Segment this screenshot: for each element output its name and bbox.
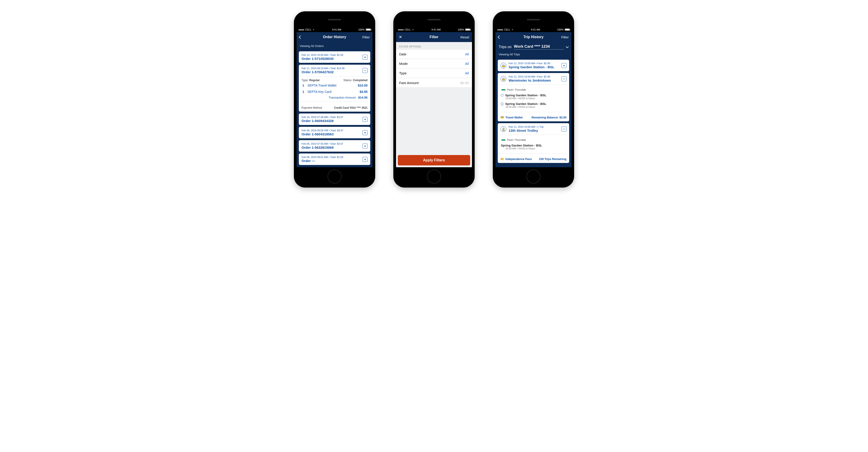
trips-list[interactable]: 🚋Feb 12, 2019 10:00 AM • Fare: $2.00Spri… — [495, 58, 571, 167]
order-card[interactable]: Feb 10, 2019 07:48 AM • Total: $3.67Orde… — [299, 114, 370, 125]
order-number: Order 1-5609434328 — [302, 119, 343, 123]
nav-bar: Order History Filter — [297, 32, 373, 42]
order-meta: Feb 12, 2019 10:00 AM • Total: $2.00 — [302, 54, 343, 56]
expand-button[interactable]: + — [363, 143, 368, 149]
reset-button[interactable]: Reset — [459, 35, 469, 39]
filter-label: Type — [399, 71, 407, 75]
selected-card: Work Card **** 1234 — [514, 44, 564, 50]
battery-icon — [565, 29, 569, 31]
expand-button[interactable]: + — [363, 117, 368, 122]
chevron-down-icon — [566, 45, 569, 48]
filter-label: Date — [399, 52, 406, 56]
trip-footer: 🎫Independence Pass239 Trips Remaining — [500, 156, 566, 161]
trip-name: Spring Garden Station - BSL — [508, 65, 559, 69]
chevron-left-icon — [498, 35, 501, 39]
wifi-icon: ᯤ — [412, 28, 414, 31]
expand-button[interactable]: + — [363, 157, 368, 162]
collapse-button[interactable]: − — [363, 68, 368, 73]
order-number: Order 1-5604318563 — [302, 132, 343, 136]
order-number: Order 1-5710528035 — [302, 57, 343, 61]
trip-name: Warminster to Jenkintown — [508, 78, 559, 82]
filter-value: All — [465, 52, 469, 56]
wallet-icon: 💳 — [500, 116, 504, 119]
route-pill-icon — [501, 89, 505, 90]
collapse-button[interactable]: − — [561, 76, 566, 82]
filter-row[interactable]: Fare Amount$0.00 — [396, 78, 472, 88]
wifi-icon: ᯤ — [512, 28, 514, 31]
trip-meta: Feb 12, 2019 10:00 AM • Fare: $2.00 — [508, 75, 559, 78]
wifi-icon: ᯤ — [313, 28, 315, 31]
filter-row[interactable]: ModeAll — [396, 59, 472, 68]
order-number: Order 1-5632815069 — [302, 146, 343, 150]
filter-link[interactable]: Filter — [559, 35, 569, 39]
screen-order-history: ●●●●●CELLᯤ 9:41 AM 100% Order History Fi… — [297, 27, 373, 167]
trip-footer: 💳Travel WalletRemaining Balance: $2.00 — [500, 115, 566, 119]
back-button[interactable] — [498, 35, 508, 39]
route-pill-icon — [501, 139, 505, 140]
orders-list[interactable]: Feb 12, 2019 10:00 AM • Total: $2.00Orde… — [297, 50, 373, 167]
route-line: Paoli / Thorndale — [500, 87, 566, 92]
filter-section-label: FILTER OPTIONS — [396, 42, 472, 49]
filter-value: $0.00 — [460, 81, 469, 85]
clock: 9:41 AM — [332, 28, 341, 31]
collapse-button[interactable]: − — [561, 127, 566, 132]
order-meta: Feb 10, 2019 07:48 AM • Total: $3.67 — [302, 116, 343, 119]
trip-card[interactable]: 🚋Feb 12, 2019 10:00 AM • Fare: $2.00Warm… — [498, 73, 569, 121]
device-trip-history: ●●●●●CELLᯤ 9:41 AM 100% Trip History Fil… — [493, 11, 574, 188]
filter-row[interactable]: TypeAll — [396, 68, 472, 78]
trips-on-label: Trips on — [499, 45, 512, 49]
filter-link[interactable]: Filter — [360, 35, 370, 39]
transaction-amount: Transaction Amount:$14.95 — [302, 94, 368, 99]
order-card[interactable]: Feb 11, 2019 08:29 AM • Total: $14.95Ord… — [299, 65, 370, 111]
destination-icon — [500, 102, 504, 106]
device-order-history: ●●●●●CELLᯤ 9:41 AM 100% Order History Fi… — [294, 11, 375, 188]
filter-label: Fare Amount — [399, 81, 418, 85]
order-card[interactable]: Feb 12, 2019 10:00 AM • Total: $2.00Orde… — [299, 51, 370, 63]
trip-meta: Feb 12, 2019 10:00 AM • Fare: $2.00 — [508, 62, 559, 65]
transit-icon: 🚋 — [500, 76, 506, 82]
order-card[interactable]: Feb 08, 2019 08:01 AM • Total: $2.00Orde… — [299, 154, 370, 165]
order-number: Order 1-5706427632 — [302, 70, 345, 74]
trip-stop: Spring Garden Station - BSL10:00 AM • #9… — [500, 92, 566, 101]
orders-subtitle: Viewing All Orders — [297, 42, 373, 50]
status-bar: ●●●●●CELLᯤ 9:41 AM 100% — [297, 27, 373, 32]
trip-stop: Spring Garden Station - BSL10:00 AM • #9… — [500, 142, 566, 151]
route-line: Paoli / Thorndale — [500, 137, 566, 142]
filter-value: All — [465, 71, 469, 75]
close-icon: ✕ — [399, 35, 402, 39]
order-meta: Feb 11, 2019 08:29 AM • Total: $14.95 — [302, 67, 345, 70]
order-card[interactable]: Feb 09, 2019 07:56 AM • Total: $3.67Orde… — [299, 140, 370, 152]
page-title: Filter — [430, 35, 438, 39]
nav-bar: ✕ Filter Reset — [396, 32, 472, 42]
expand-button[interactable]: + — [561, 63, 566, 68]
expand-button[interactable]: + — [363, 130, 368, 135]
trip-card[interactable]: 🚊Feb 11, 2019 10:00 AM • 1 Trip13th Stre… — [498, 123, 569, 163]
screen-trip-history: ●●●●●CELLᯤ 9:41 AM 100% Trip History Fil… — [495, 27, 571, 167]
order-meta: Feb 09, 2019 05:05 PM • Total: $3.67 — [302, 129, 343, 132]
payment-method: Payment MethodCredit Card VISA **** 3521 — [302, 104, 368, 109]
expand-button[interactable]: + — [363, 55, 368, 60]
filter-options-list: DateAllModeAllTypeAllFare Amount$0.00 — [396, 49, 472, 88]
card-selector[interactable]: Trips on Work Card **** 1234 — [495, 42, 571, 51]
order-meta: Feb 09, 2019 07:56 AM • Total: $3.67 — [302, 142, 343, 145]
close-button[interactable]: ✕ — [399, 35, 409, 39]
chevron-left-icon — [299, 35, 303, 39]
clock: 9:41 AM — [432, 28, 440, 31]
filter-value: All — [465, 62, 469, 66]
apply-filters-button[interactable]: Apply Filters — [398, 155, 470, 165]
page-title: Trip History — [524, 35, 544, 39]
transit-icon: 🚊 — [500, 126, 506, 132]
battery-icon — [366, 29, 371, 31]
trips-subtitle: Viewing All Trips — [495, 51, 571, 58]
transit-icon: 🚋 — [500, 63, 506, 68]
order-card[interactable]: Feb 09, 2019 05:05 PM • Total: $3.67Orde… — [299, 127, 370, 138]
origin-icon — [501, 94, 503, 97]
device-filter: ●●●●●CELLᯤ 9:41 AM 100% ✕ Filter Reset F… — [393, 11, 475, 188]
wallet-icon: 🎫 — [500, 158, 504, 161]
trip-card[interactable]: 🚋Feb 12, 2019 10:00 AM • Fare: $2.00Spri… — [498, 60, 569, 71]
status-bar: ●●●●●CELLᯤ 9:41 AM 100% — [495, 27, 571, 32]
order-meta: Feb 08, 2019 08:01 AM • Total: $2.00 — [302, 156, 343, 158]
trip-stop: Spring Garden Station - BSL10:00 AM • #9… — [500, 101, 566, 109]
filter-row[interactable]: DateAll — [396, 50, 472, 59]
back-button[interactable] — [299, 35, 309, 39]
